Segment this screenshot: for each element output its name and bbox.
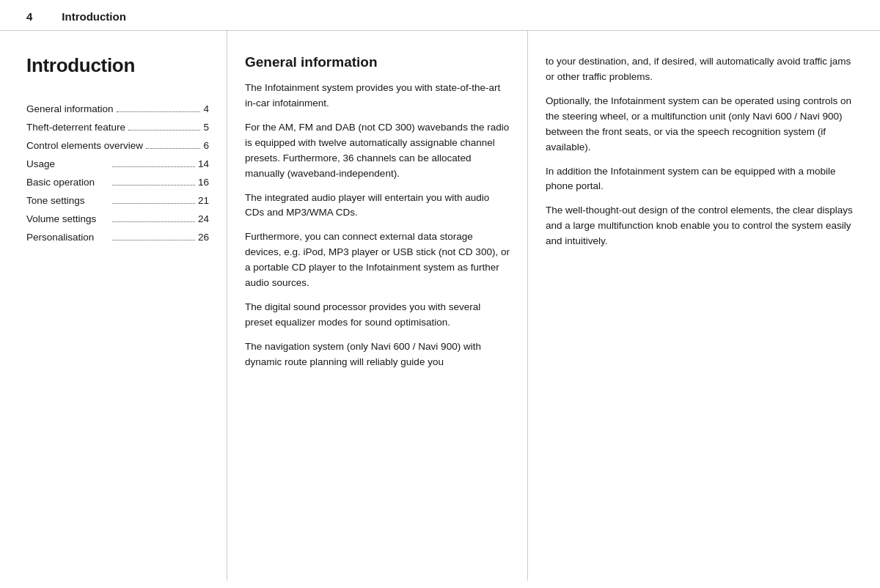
toc-label: Personalisation [26,232,109,243]
toc-page: 16 [198,177,209,188]
toc-page: 4 [203,103,209,114]
toc-dots [146,148,200,149]
toc-label: Theft-deterrent feature [26,122,125,133]
toc-label: Basic operation [26,177,109,188]
toc-item: Theft-deterrent feature5 [26,122,209,133]
content-area: Introduction General information4Theft-d… [0,31,880,581]
toc-dots [117,111,201,112]
page-wrapper: 4 Introduction Introduction General info… [0,0,880,588]
toc-dots [112,185,195,185]
paragraph: Furthermore, you can connect external da… [245,229,510,291]
toc-dots [112,166,195,167]
toc-dots [128,130,200,131]
toc-dots [112,221,195,222]
left-column: Introduction General information4Theft-d… [0,31,227,581]
middle-column: General information The Infotainment sys… [227,31,528,581]
toc-page: 14 [198,158,209,169]
toc-label: Usage [26,158,109,169]
subsection-title: General information [245,54,510,70]
toc-dots [112,203,195,204]
paragraph: The integrated audio player will enterta… [245,191,510,221]
toc-dots [112,240,195,240]
paragraph: The digital sound processor provides you… [245,300,510,331]
toc-label: Control elements overview [26,140,143,151]
paragraph: The navigation system (only Navi 600 / N… [245,339,510,370]
toc-label: Volume settings [26,213,109,224]
page-number: 4 [26,10,32,23]
section-title: Introduction [26,54,209,77]
toc-item: General information4 [26,103,209,114]
toc-list: General information4Theft-deterrent feat… [26,103,209,243]
toc-item: Personalisation26 [26,232,209,243]
toc-page: 21 [198,195,209,206]
paragraph: The Infotainment system provides you wit… [245,81,510,111]
toc-label: Tone settings [26,195,109,206]
toc-label: General information [26,103,114,114]
toc-item: Basic operation16 [26,177,209,188]
toc-item: Usage14 [26,158,209,169]
toc-page: 24 [198,213,209,224]
toc-page: 6 [203,140,209,151]
header-title: Introduction [62,10,125,23]
page-header: 4 Introduction [0,0,880,31]
toc-item: Control elements overview6 [26,140,209,151]
toc-page: 5 [203,122,209,133]
toc-item: Volume settings24 [26,213,209,224]
paragraph: The well-thought-out design of the contr… [546,203,854,249]
paragraph: to your destination, and, if desired, wi… [546,54,854,85]
paragraph: In addition the Infotainment system can … [546,164,854,195]
toc-item: Tone settings21 [26,195,209,206]
right-column: to your destination, and, if desired, wi… [528,31,880,581]
right-paragraphs: to your destination, and, if desired, wi… [546,54,854,249]
toc-page: 26 [198,232,209,243]
middle-paragraphs: The Infotainment system provides you wit… [245,81,510,370]
paragraph: For the AM, FM and DAB (not CD 300) wave… [245,120,510,182]
paragraph: Optionally, the Infotainment system can … [546,94,854,155]
